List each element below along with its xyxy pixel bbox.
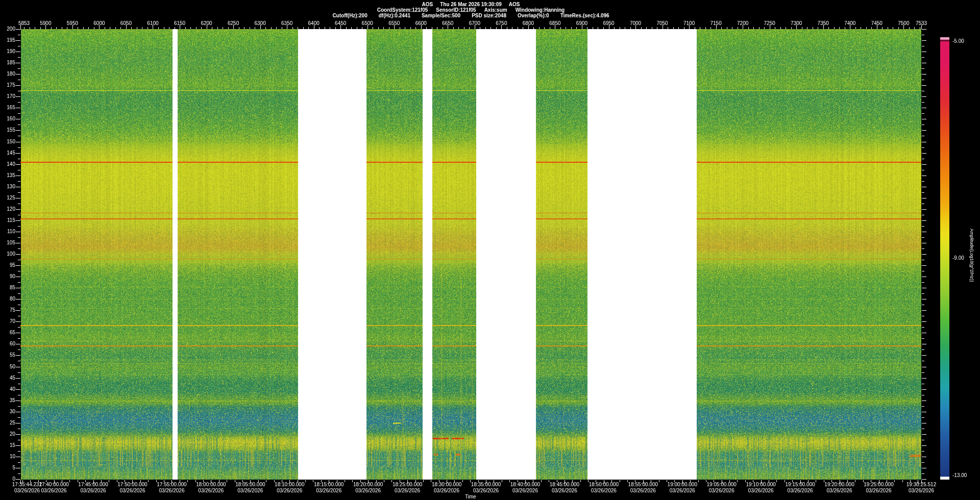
top-axis-tick-label: 7200 (737, 21, 748, 26)
left-axis-tick-label: 140 (1, 162, 15, 167)
coord-system-value: CoordSystem:121f05 (377, 7, 428, 13)
bottom-axis-time-label: 18:40:00.00003/26/2026 (510, 482, 540, 494)
top-axis-tick-label: 6150 (174, 21, 185, 26)
left-axis-tick-label: 65 (1, 330, 15, 335)
bottom-axis-time-label: 18:10:00.00003/26/2026 (275, 482, 304, 494)
top-axis-tick-label: 7000 (630, 21, 641, 26)
left-axis-tick-label: 180 (1, 71, 15, 77)
top-axis-tick-label: 7150 (710, 21, 721, 26)
left-axis-tick-label: 60 (1, 341, 15, 346)
top-axis-tick-label: 7250 (764, 21, 775, 26)
left-axis-tick-label: 85 (1, 285, 15, 290)
bottom-axis-time-label: 18:45:00.00003/26/2026 (550, 482, 579, 494)
top-axis-tick-label: 7533 (916, 21, 927, 26)
left-axis-tick-label: 75 (1, 308, 15, 313)
header-line-1: AOS Thu 26 Mar 2026 19:30:09 AOS (0, 2, 942, 7)
left-axis-tick-label: 95 (1, 263, 15, 268)
left-axis-tick-label: 35 (1, 398, 15, 403)
left-axis-tick-label: 150 (1, 139, 15, 144)
top-axis-tick-label: 6050 (120, 21, 132, 26)
top-axis-tick-label: 6100 (147, 21, 158, 26)
left-axis-tick-label: 90 (1, 274, 15, 279)
bottom-axis-time-label: 19:10:00.00003/26/2026 (746, 482, 775, 494)
top-axis-tick-label: 6400 (308, 21, 320, 26)
bottom-axis-time-label: 19:25:00.00003/26/2026 (864, 482, 893, 494)
app-title-2: AOS (509, 2, 520, 7)
left-axis-tick-label: 110 (1, 229, 15, 234)
left-axis-tick-label: 165 (1, 105, 15, 110)
top-axis-tick-label: 7350 (818, 21, 829, 26)
bottom-axis-time-label: 17:50:00.00003/26/2026 (117, 482, 147, 494)
top-axis-tick-label: 7400 (844, 21, 855, 26)
left-axis-tick-label: 155 (1, 128, 15, 133)
top-axis-tick-label: 6950 (603, 21, 614, 26)
top-axis-tick-label: 7300 (791, 21, 802, 26)
psd-size-value: PSD size:2048 (472, 13, 506, 18)
colorbar-tick-mid: -9.00 (952, 256, 964, 261)
cutoff-value: Cutoff(Hz):200 (332, 13, 367, 18)
left-axis-tick-label: 70 (1, 319, 15, 324)
bottom-axis-time-label: 18:25:00.00003/26/2026 (393, 482, 422, 494)
top-axis-tick-label: 6850 (549, 21, 560, 26)
top-axis-tick-label: 6500 (362, 21, 373, 26)
top-axis-tick-label: 6450 (335, 21, 346, 26)
left-axis-tick-label: 170 (1, 94, 15, 99)
left-axis-tick-label: 195 (1, 38, 15, 43)
bottom-axis-time-label: 18:05:00.00003/26/2026 (235, 482, 265, 494)
top-axis-tick-label: 7500 (898, 21, 909, 26)
bottom-axis-time-label: 18:30:00.00003/26/2026 (432, 482, 461, 494)
left-axis-tick-label: 160 (1, 116, 15, 121)
bottom-axis-time-label: 17:55:00.00003/26/2026 (157, 482, 186, 494)
header-timestamp: Thu 26 Mar 2026 19:30:09 (440, 2, 502, 7)
bottom-axis-time-label: 17:40:00.00003/26/2026 (39, 482, 68, 494)
bottom-axis-time-label: 19:00:00.00003/26/2026 (668, 482, 697, 494)
top-axis-tick-label: 6350 (281, 21, 292, 26)
left-axis-tick-label: 10 (1, 454, 15, 459)
top-axis-tick-label: 7050 (656, 21, 668, 26)
bottom-axis-time-label: 17:35:44.23203/26/2026 (12, 482, 42, 494)
top-axis-tick-label: 7100 (683, 21, 695, 26)
left-axis-tick-label: 55 (1, 353, 15, 358)
sample-rate-value: Sample/Sec:500 (422, 13, 460, 18)
colorbar (940, 37, 949, 480)
left-axis-tick-label: 135 (1, 173, 15, 178)
left-axis-tick-label: 190 (1, 49, 15, 54)
bottom-axis-time-label: 19:05:00.00003/26/2026 (707, 482, 737, 494)
top-axis-tick-label: 6900 (576, 21, 587, 26)
bottom-axis-time-label: 19:15:00.00003/26/2026 (785, 482, 815, 494)
left-axis-tick-label: 50 (1, 364, 15, 369)
top-axis-tick-label: 6600 (415, 21, 427, 26)
top-axis-tick-label: 5900 (40, 21, 51, 26)
left-axis-tick-label: 80 (1, 296, 15, 302)
top-axis-tick-label: 7450 (871, 21, 883, 26)
left-axis-tick-label: 120 (1, 207, 15, 212)
left-axis-tick-label: 30 (1, 409, 15, 414)
top-axis-tick-label: 6650 (442, 21, 453, 26)
left-axis-tick-label: 115 (1, 218, 15, 223)
left-axis-tick-label: 0 (1, 477, 15, 482)
spectrogram-canvas[interactable] (0, 0, 980, 500)
time-axis-label: Time (465, 494, 476, 499)
top-axis-tick-label: 6700 (469, 21, 480, 26)
left-axis-tick-label: 20 (1, 432, 15, 437)
left-axis-tick-label: 100 (1, 252, 15, 257)
timeres-value: TimeRes.(sec):4.096 (560, 13, 609, 18)
top-axis-tick-label: 6800 (523, 21, 534, 26)
colorbar-axis-label: Amplitude(Log10(g^2/Hz)) (969, 31, 974, 480)
app-title: AOS (422, 2, 433, 7)
top-axis-tick-label: 6200 (201, 21, 212, 26)
bottom-axis-time-label: 18:15:00.00003/26/2026 (314, 482, 344, 494)
bottom-axis-time-label: 18:20:00.00003/26/2026 (353, 482, 383, 494)
bottom-axis-time-label: 19:30:25.51203/26/2026 (906, 482, 936, 494)
axis-value: Axis:sum (484, 7, 507, 13)
bottom-axis-time-label: 17:45:00.00003/26/2026 (78, 482, 108, 494)
left-axis-tick-label: 145 (1, 151, 15, 156)
df-value: df(Hz):0.2441 (379, 13, 410, 18)
left-axis-tick-label: 175 (1, 83, 15, 88)
overlap-value: Overlap(%):0 (518, 13, 549, 18)
left-axis-tick-label: 5 (1, 465, 15, 470)
top-axis-tick-label: 6750 (496, 21, 507, 26)
left-axis-tick-label: 40 (1, 387, 15, 392)
bottom-axis-time-label: 18:35:00.00003/26/2026 (471, 482, 501, 494)
top-axis-tick-label: 6300 (254, 21, 265, 26)
